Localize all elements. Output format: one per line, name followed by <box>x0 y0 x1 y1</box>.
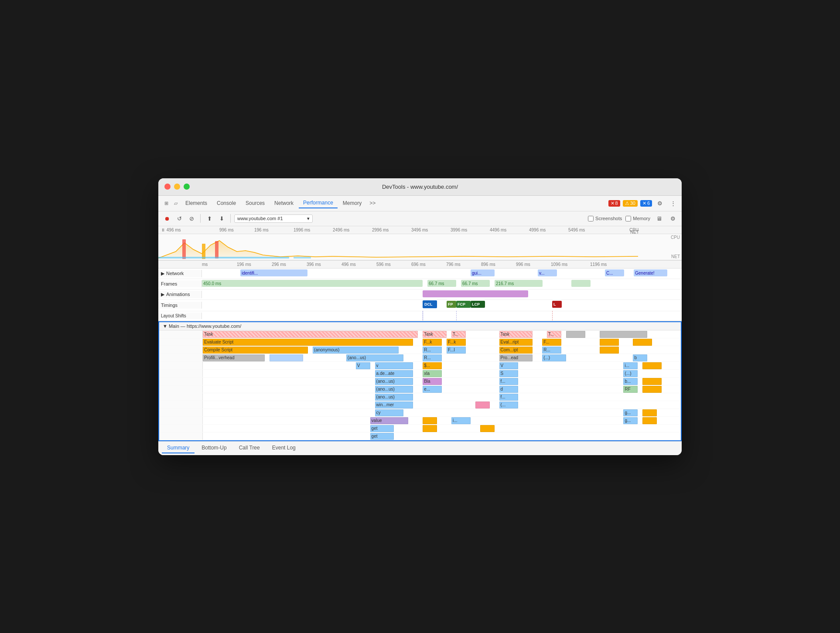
eval-block-6[interactable] <box>600 339 619 346</box>
profiling-anon[interactable]: (ano...us) <box>346 354 404 361</box>
profiling-b[interactable]: b <box>633 354 647 361</box>
download-button[interactable]: ⬇ <box>216 213 227 224</box>
eval-block-7[interactable] <box>633 339 652 346</box>
paren-block[interactable]: (... <box>499 402 519 408</box>
get2-block[interactable]: get <box>370 433 394 440</box>
minimize-button[interactable] <box>174 184 180 190</box>
compile-anon-1[interactable]: (anonymous) <box>313 347 399 354</box>
record-button[interactable]: ⏺ <box>162 213 172 224</box>
task-block-4[interactable]: Task <box>499 331 533 338</box>
profiling-dots[interactable]: (...) <box>542 354 566 361</box>
more-options-icon[interactable]: ⋮ <box>668 198 678 208</box>
ano3-block[interactable]: (ano...us) <box>375 394 413 401</box>
upload-button[interactable]: ⬆ <box>204 213 215 224</box>
tab-network[interactable]: Network <box>270 198 298 208</box>
eval-block-4[interactable]: Eval...ript <box>499 339 533 346</box>
timing-fp[interactable]: FP <box>447 301 456 308</box>
network-bar-3[interactable]: v... <box>538 269 557 276</box>
ano2-yellow[interactable] <box>642 386 662 393</box>
url-selector[interactable]: www.youtube.com #1 ▾ <box>234 214 313 223</box>
timing-lcp[interactable]: LCP <box>471 301 485 308</box>
inspector-icon[interactable]: ⊞ <box>162 199 171 208</box>
clear-button[interactable]: ⊘ <box>186 213 197 224</box>
win-block[interactable]: win...mer <box>375 402 413 408</box>
xla-block[interactable]: xla <box>423 370 442 377</box>
v-i[interactable]: i... <box>623 362 638 369</box>
tab-call-tree[interactable]: Call Tree <box>234 443 265 453</box>
compile-block-3[interactable] <box>600 347 619 354</box>
g1-block[interactable]: g... <box>623 409 638 416</box>
cy-yellow[interactable] <box>642 409 657 416</box>
device-icon[interactable]: ▱ <box>171 199 180 208</box>
ade-block[interactable]: a.de...ate <box>375 370 413 377</box>
cy-block[interactable]: cy <box>375 409 404 416</box>
profiling-block-1[interactable]: Profili...verhead <box>203 354 265 361</box>
v-yellow[interactable] <box>642 362 662 369</box>
compile-block-1[interactable]: Compile Script <box>203 347 308 354</box>
reload-record-button[interactable]: ↺ <box>174 213 184 224</box>
extra-settings-icon[interactable]: 🖥 <box>654 213 664 224</box>
animations-expand-icon[interactable]: ▶ <box>161 292 164 297</box>
i-block[interactable]: i... <box>451 417 471 424</box>
rf-block[interactable]: RF <box>623 386 638 393</box>
pink-block[interactable] <box>475 402 490 408</box>
frame-bar-2[interactable]: 66.7 ms <box>427 280 456 287</box>
f2-block[interactable]: f... <box>499 394 519 401</box>
get1-y1[interactable] <box>423 425 437 432</box>
task-block-1[interactable]: Task <box>203 331 418 338</box>
task-block-5[interactable]: T... <box>547 331 561 338</box>
frame-bar-4[interactable]: 216.7 ms <box>495 280 543 287</box>
tab-console[interactable]: Console <box>212 198 240 208</box>
compile-r1[interactable]: R... <box>423 347 442 354</box>
tab-event-log[interactable]: Event Log <box>267 443 301 453</box>
timing-fcp[interactable]: FCP <box>456 301 471 308</box>
compile-fi[interactable]: F...I <box>447 347 466 354</box>
task-block-2[interactable]: Task <box>423 331 447 338</box>
gear-icon[interactable]: ⚙ <box>668 213 678 224</box>
eval-block-2[interactable]: F...k <box>423 339 442 346</box>
get1-block[interactable]: get <box>370 425 394 432</box>
s-block[interactable]: S <box>499 370 519 377</box>
tab-memory[interactable]: Memory <box>338 198 366 208</box>
memory-checkbox[interactable] <box>625 216 631 221</box>
maximize-button[interactable] <box>184 184 190 190</box>
dots-block[interactable]: (...) <box>623 370 638 377</box>
profiling-pro[interactable]: Pro...ead <box>499 354 533 361</box>
f-block[interactable]: f... <box>499 378 519 385</box>
task-block-6[interactable] <box>566 331 585 338</box>
frame-bar-1[interactable]: 450.0 ms <box>202 280 423 287</box>
settings-icon[interactable]: ⚙ <box>655 198 665 208</box>
get1-y2[interactable] <box>480 425 495 432</box>
compile-r2[interactable]: R... <box>542 347 561 354</box>
ano1-block[interactable]: (ano...us) <box>375 378 413 385</box>
e-block[interactable]: e... <box>423 386 442 393</box>
eval-block-1[interactable]: Evaluate Script <box>203 339 413 346</box>
eval-block-5[interactable]: F... <box>542 339 561 346</box>
task-block-3[interactable]: T... <box>451 331 466 338</box>
b-block[interactable]: b... <box>623 378 638 385</box>
g2-block[interactable]: g... <box>623 417 638 424</box>
value-block[interactable]: value <box>370 417 409 424</box>
expand-icon[interactable]: ▶ <box>161 271 164 276</box>
profiling-r[interactable]: R... <box>423 354 442 361</box>
network-bar-5[interactable]: Generate! <box>634 269 667 276</box>
memory-toggle[interactable]: Memory <box>625 216 650 221</box>
compile-block-2[interactable]: Com...ipt <box>499 347 533 354</box>
error-badge[interactable]: ✕ 8 <box>608 200 620 207</box>
frame-bar-3[interactable]: 66.7 ms <box>461 280 490 287</box>
value-yellow[interactable] <box>642 417 657 424</box>
tab-sources[interactable]: Sources <box>241 198 269 208</box>
info-badge[interactable]: ✕ 6 <box>640 200 652 207</box>
ano1-yellow[interactable] <box>642 378 662 385</box>
d-block[interactable]: d <box>499 386 519 393</box>
screenshots-checkbox[interactable] <box>588 216 594 221</box>
timing-dcl[interactable]: DCL <box>423 300 437 308</box>
tab-performance[interactable]: Performance <box>299 198 338 208</box>
screenshots-toggle[interactable]: Screenshots <box>588 216 622 221</box>
ano2-block[interactable]: (ano...us) <box>375 386 413 393</box>
network-bar-4[interactable]: C... <box>605 269 624 276</box>
v-lower[interactable]: v <box>375 362 413 369</box>
animation-bar[interactable] <box>423 290 528 297</box>
value-y1[interactable] <box>423 417 437 424</box>
v-cap2[interactable]: V <box>499 362 519 369</box>
